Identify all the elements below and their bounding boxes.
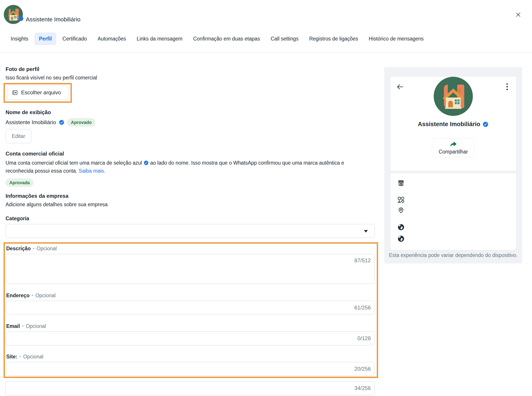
extra-site-input[interactable] <box>6 381 375 395</box>
site-label-row: Site: • Opcional <box>6 354 375 360</box>
tab-perfil[interactable]: Perfil <box>35 33 56 45</box>
display-name-value: Assistente Imobiliário <box>6 119 56 125</box>
category-shapes-icon <box>397 196 405 204</box>
address-char-counter: 61/256 <box>354 305 371 311</box>
profile-photo-heading: Foto de perfil <box>6 66 375 73</box>
email-char-counter: 0/128 <box>357 335 371 342</box>
display-name-row: Assistente Imobiliário Aprovado <box>6 119 375 126</box>
storefront-icon <box>397 179 405 187</box>
location-pin-icon <box>397 206 405 214</box>
official-text-part1: Uma conta comercial oficial tem uma marc… <box>6 160 142 166</box>
extra-char-counter: 34/256 <box>354 385 371 391</box>
optional-label: Opcional <box>35 292 56 298</box>
site-label: Site: <box>6 354 17 360</box>
verified-badge-icon <box>18 16 24 22</box>
business-info-heading: Informações da empresa <box>6 193 375 199</box>
preview-business-avatar <box>434 77 473 116</box>
email-label: Email <box>6 323 20 329</box>
chevron-down-icon <box>364 230 368 233</box>
tab-call-settings[interactable]: Call settings <box>266 33 303 45</box>
address-field-wrap: 61/256 <box>6 301 375 314</box>
site-field-wrap: 20/256 <box>6 362 375 376</box>
share-button-label: Compartilhar <box>439 149 468 155</box>
profile-photo-subtitle: Isso ficará visível no seu perfil comerc… <box>6 74 375 81</box>
verified-badge-icon <box>482 121 489 128</box>
tab-bar: Insights Perfil Certificado Automações L… <box>6 33 428 45</box>
close-icon <box>515 11 521 18</box>
back-arrow-icon <box>396 83 404 91</box>
share-button: Compartilhar <box>432 138 475 157</box>
email-label-row: Email • Opcional <box>6 323 375 329</box>
address-label-row: Endereço • Opcional <box>6 292 375 298</box>
verified-badge-icon <box>59 119 64 125</box>
description-label-row: Descrição • Opcional <box>6 245 375 252</box>
choose-file-button[interactable]: Escolher arquivo <box>7 85 68 100</box>
site-input[interactable] <box>6 362 375 376</box>
tab-historico-de-mensagens[interactable]: Histórico de mensagens <box>364 33 428 45</box>
site-char-counter: 20/256 <box>354 366 371 372</box>
page-title: Assistente Imobiliário <box>26 16 81 23</box>
website-globe-icon <box>397 235 405 243</box>
verified-badge-icon <box>144 160 149 165</box>
preview-section-divider <box>390 171 516 173</box>
approved-status-badge: Aprovado <box>67 118 95 127</box>
tab-links-da-mensagem[interactable]: Links da mensagem <box>132 33 187 45</box>
optional-label: Opcional <box>26 323 46 329</box>
address-input[interactable] <box>6 301 375 314</box>
approved-account-badge: Aprovada <box>6 178 34 187</box>
description-textarea[interactable] <box>6 254 375 284</box>
preview-card: Assistente Imobiliário Compartilhar <box>390 73 516 250</box>
add-file-icon <box>12 89 18 96</box>
tab-insights[interactable]: Insights <box>6 33 33 45</box>
tab-automacoes[interactable]: Automações <box>93 33 131 45</box>
tab-registros-de-ligacoes[interactable]: Registros de ligações <box>305 33 363 45</box>
profile-preview-panel: Assistente Imobiliário Compartilhar <box>384 67 522 263</box>
preview-details-section <box>390 173 516 250</box>
label-separator: • <box>22 323 23 329</box>
official-account-heading: Conta comercial oficial <box>6 150 375 157</box>
label-separator: • <box>32 292 33 298</box>
email-field-wrap: 0/128 <box>6 332 375 345</box>
profile-settings-main: Foto de perfil Isso ficará visível no se… <box>6 66 375 395</box>
label-separator: • <box>20 354 21 360</box>
display-name-heading: Nome de exibição <box>6 109 375 116</box>
category-select[interactable] <box>6 224 375 238</box>
close-button[interactable] <box>514 10 523 19</box>
description-label: Descrição <box>6 245 31 252</box>
category-label: Categoria <box>6 215 375 221</box>
edit-name-button[interactable]: Editar <box>6 129 31 143</box>
description-field-wrap: 87/512 <box>6 254 375 285</box>
preview-header-section: Assistente Imobiliário Compartilhar <box>390 77 516 171</box>
description-char-counter: 87/512 <box>354 257 371 264</box>
optional-label: Opcional <box>23 354 43 360</box>
optional-label: Opcional <box>36 245 57 252</box>
tab-certificado[interactable]: Certificado <box>58 33 91 45</box>
kebab-menu-icon <box>504 82 510 92</box>
preview-name-row: Assistente Imobiliário <box>390 121 516 128</box>
official-account-text: Uma conta comercial oficial tem uma marc… <box>6 159 357 175</box>
highlight-box-choose-file: Escolher arquivo <box>4 83 72 103</box>
preview-business-name: Assistente Imobiliário <box>418 121 480 128</box>
business-info-subtitle: Adicione alguns detalhes sobre sua empre… <box>6 201 375 208</box>
share-icon <box>450 141 457 148</box>
extra-field-wrap: 34/256 <box>6 381 375 395</box>
website-globe-icon <box>397 223 405 231</box>
address-label: Endereço <box>6 292 29 298</box>
choose-file-label: Escolher arquivo <box>21 89 61 96</box>
highlight-box-business-fields: Descrição • Opcional 87/512 Endereço • O… <box>4 242 378 378</box>
tabs-divider <box>0 52 532 52</box>
preview-disclaimer: Esta experiência pode variar dependendo … <box>384 252 522 258</box>
tab-confirmacao-duas-etapas[interactable]: Confirmação em duas etapas <box>189 33 264 45</box>
learn-more-link[interactable]: Saiba mais. <box>79 168 105 174</box>
official-status-row: Aprovada <box>6 178 375 187</box>
label-separator: • <box>33 245 34 252</box>
email-input[interactable] <box>6 332 375 345</box>
